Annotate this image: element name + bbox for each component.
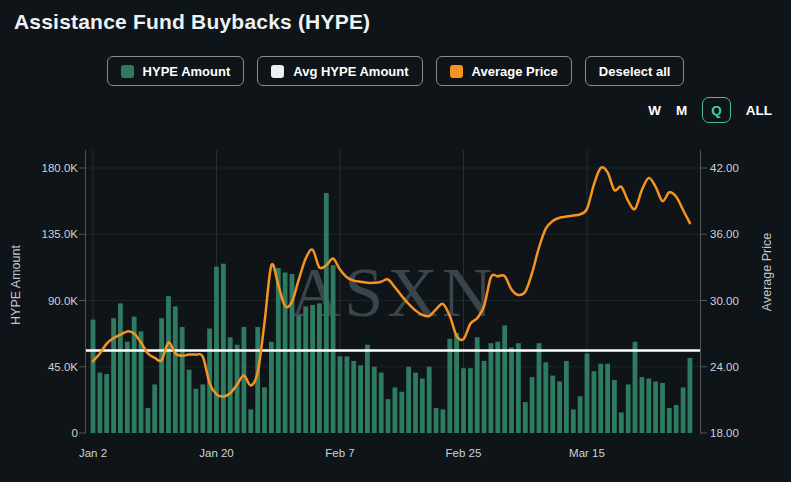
hype-bar[interactable]: [159, 318, 164, 433]
hype-bar[interactable]: [118, 303, 123, 433]
hype-bar[interactable]: [674, 405, 679, 433]
hype-bar[interactable]: [91, 320, 96, 433]
hype-bar[interactable]: [365, 345, 370, 433]
hype-bar[interactable]: [262, 387, 267, 433]
hype-bar[interactable]: [578, 396, 583, 433]
hype-bar[interactable]: [592, 371, 597, 433]
hype-bar[interactable]: [653, 382, 658, 434]
hype-bar[interactable]: [626, 384, 631, 433]
hype-bar[interactable]: [461, 368, 466, 433]
hype-bar[interactable]: [386, 399, 391, 433]
right-axis-title: Average Price: [760, 233, 774, 311]
hype-bar[interactable]: [495, 342, 500, 433]
hype-bar[interactable]: [324, 193, 329, 433]
hype-bar[interactable]: [585, 354, 590, 434]
hype-bar[interactable]: [372, 367, 377, 433]
hype-bar[interactable]: [331, 265, 336, 433]
right-axis-tick-label: 30.00: [710, 295, 739, 307]
hype-bar[interactable]: [98, 373, 103, 433]
hype-bar[interactable]: [125, 342, 130, 433]
hype-bar[interactable]: [667, 408, 672, 433]
hype-bar[interactable]: [166, 296, 171, 433]
hype-bar[interactable]: [557, 382, 562, 434]
hype-bar[interactable]: [303, 306, 308, 433]
left-axis-tick-label: 90.0K: [48, 295, 78, 307]
hype-bar[interactable]: [194, 389, 199, 433]
hype-bar[interactable]: [420, 379, 425, 434]
hype-bar[interactable]: [688, 358, 693, 433]
hype-bar[interactable]: [434, 408, 439, 433]
legend-label: Avg HYPE Amount: [293, 64, 408, 79]
hype-bar[interactable]: [187, 370, 192, 433]
hype-bar[interactable]: [269, 342, 274, 433]
hype-bar[interactable]: [104, 374, 109, 433]
hype-bar[interactable]: [173, 306, 178, 433]
range-option-w[interactable]: W: [648, 103, 661, 118]
hype-bar[interactable]: [180, 327, 185, 433]
x-axis-tick-label: Feb 7: [325, 447, 354, 459]
hype-bar[interactable]: [345, 356, 350, 433]
hype-bar[interactable]: [338, 356, 343, 433]
hype-bar[interactable]: [221, 264, 226, 433]
legend-button-avg-hype-amount[interactable]: Avg HYPE Amount: [257, 56, 422, 86]
hype-bar[interactable]: [454, 333, 459, 433]
range-option-q[interactable]: Q: [702, 97, 731, 123]
hype-bar[interactable]: [399, 392, 404, 433]
left-axis-tick-label: 45.0K: [48, 361, 78, 373]
hype-bar[interactable]: [523, 402, 528, 433]
legend-label: HYPE Amount: [143, 64, 231, 79]
hype-bar[interactable]: [310, 305, 315, 433]
hype-bar[interactable]: [516, 343, 521, 433]
x-axis-tick-label: Jan 20: [199, 447, 234, 459]
hype-bar[interactable]: [605, 364, 610, 433]
legend-label: Deselect all: [599, 64, 671, 79]
hype-bar[interactable]: [537, 343, 542, 433]
hype-bar[interactable]: [598, 364, 603, 433]
hype-bar[interactable]: [564, 361, 569, 433]
right-axis-tick-label: 42.00: [710, 162, 739, 174]
hype-bar[interactable]: [413, 373, 418, 433]
hype-bar[interactable]: [379, 373, 384, 433]
hype-bar[interactable]: [242, 327, 247, 433]
hype-bar[interactable]: [660, 383, 665, 433]
legend-button-deselect-all[interactable]: Deselect all: [585, 56, 685, 86]
hype-bar[interactable]: [200, 384, 205, 433]
left-axis-tick-label: 180.0K: [42, 162, 79, 174]
hype-bar[interactable]: [681, 387, 686, 433]
hype-bar[interactable]: [111, 318, 116, 433]
hype-bar[interactable]: [619, 412, 624, 433]
hype-bar[interactable]: [296, 315, 301, 433]
hype-bar[interactable]: [351, 361, 356, 433]
hype-bar[interactable]: [530, 377, 535, 433]
hype-bar[interactable]: [550, 376, 555, 433]
hype-bar[interactable]: [393, 387, 398, 433]
hype-bar[interactable]: [509, 348, 514, 433]
hype-bar[interactable]: [482, 361, 487, 433]
hype-bar[interactable]: [406, 367, 411, 433]
hype-bar[interactable]: [502, 326, 507, 434]
hype-bar[interactable]: [571, 409, 576, 433]
hype-bar[interactable]: [317, 303, 322, 433]
hype-bar[interactable]: [441, 409, 446, 433]
hype-bar[interactable]: [640, 377, 645, 433]
hype-bar[interactable]: [248, 409, 253, 433]
x-axis-tick-label: Jan 2: [79, 447, 107, 459]
legend-button-average-price[interactable]: Average Price: [436, 56, 572, 86]
hype-bar[interactable]: [633, 342, 638, 433]
hype-bar[interactable]: [447, 339, 452, 433]
hype-bar[interactable]: [358, 365, 363, 433]
range-option-all[interactable]: ALL: [746, 103, 772, 118]
hype-bar[interactable]: [646, 379, 651, 434]
left-axis-tick-label: 0: [72, 427, 78, 439]
hype-bar[interactable]: [468, 368, 473, 433]
range-option-m[interactable]: M: [676, 103, 687, 118]
hype-bar[interactable]: [612, 380, 617, 433]
right-axis-tick-label: 36.00: [710, 228, 739, 240]
hype-bar[interactable]: [152, 384, 157, 433]
hype-bar[interactable]: [427, 367, 432, 433]
hype-bar[interactable]: [489, 343, 494, 433]
legend-button-hype-amount[interactable]: HYPE Amount: [107, 56, 245, 86]
hype-bar[interactable]: [283, 273, 288, 434]
hype-bar[interactable]: [543, 362, 548, 433]
hype-bar[interactable]: [146, 408, 151, 433]
